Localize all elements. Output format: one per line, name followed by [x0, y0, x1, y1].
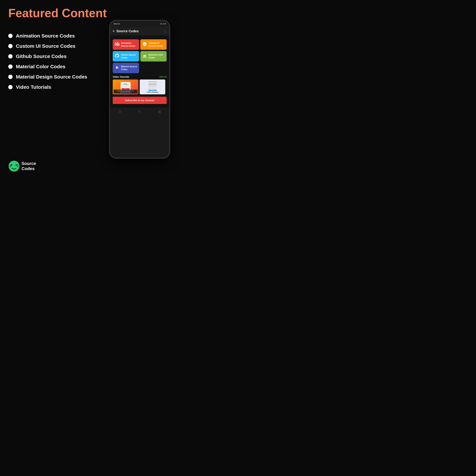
video-thumb-otp[interactable]: OTP Verification VERIFY & CONTINUE: [113, 80, 138, 94]
app-bar-title: Source Codes: [117, 29, 162, 33]
cards-grid: Animation Source Codes Custom UI Source …: [113, 39, 167, 73]
thumb-shopping-bg: Android Studio Add to cart Online shoppi…: [140, 80, 165, 94]
video-header: Video Tutorials View All: [113, 76, 167, 78]
otp-box-2: [124, 86, 125, 87]
battery-level: 24: [160, 23, 162, 25]
github-card-label: Github Source Codes: [121, 53, 137, 59]
nav-square-icon[interactable]: □: [119, 110, 121, 113]
material-color-card-icon: [142, 53, 147, 59]
broadcast-overlay: Read OTP Automatically using Broadcast R…: [114, 90, 137, 94]
video-section: Video Tutorials View All OTP Verificatio…: [113, 76, 167, 94]
subscribe-button[interactable]: Subscribe to my channel: [113, 97, 167, 104]
phone-outer: Volte 4G 24 2:24 ≡ Source Codes ⋮: [109, 20, 170, 159]
svg-text:</>: </>: [116, 67, 119, 69]
material-source-card-icon: </>: [115, 65, 119, 71]
bullet-dot: [8, 85, 13, 89]
video-thumbnails: OTP Verification VERIFY & CONTINUE: [113, 80, 167, 94]
svg-rect-8: [119, 44, 119, 46]
page-title: Featured Content: [8, 7, 107, 20]
list-item-custom-ui: Custom UI Source Codes: [8, 43, 87, 49]
thumb2-title: Online shopping: [147, 91, 158, 93]
broadcast-receiver-text: Broadcast Receiver: [120, 92, 131, 93]
list-item-material-design: Material Design Source Codes: [8, 74, 87, 80]
video-thumb-shopping[interactable]: Android Studio Add to cart Online shoppi…: [140, 80, 165, 94]
svg-point-3: [9, 165, 11, 168]
custom-ui-card-icon: [142, 42, 147, 48]
nav-circle-icon[interactable]: ○: [138, 110, 140, 113]
bullet-dot: [8, 44, 13, 48]
phone-mockup: Volte 4G 24 2:24 ≡ Source Codes ⋮: [109, 20, 170, 159]
material-color-card-label: Material Color Codes: [149, 53, 165, 59]
android-studio-label: Android Studio: [147, 81, 158, 83]
list-item-video: Video Tutorials: [8, 84, 87, 90]
card-animation[interactable]: Animation Source Codes: [113, 39, 139, 50]
status-carrier: Volte 4G: [113, 23, 120, 25]
notch: [135, 21, 145, 24]
otp-boxes: [122, 86, 130, 87]
animation-card-label: Animation Source Codes: [121, 42, 137, 48]
phone-screen: Animation Source Codes Custom UI Source …: [110, 35, 169, 108]
logo-icon: [8, 160, 20, 172]
animation-card-icon: [115, 42, 119, 48]
otp-box-3: [126, 86, 127, 87]
otp-box-4: [128, 86, 129, 87]
svg-point-4: [17, 165, 19, 168]
list-item-github: Github Source Codes: [8, 53, 87, 59]
bullet-dot: [8, 75, 13, 79]
view-all-link[interactable]: View All: [159, 76, 167, 78]
card-material-source[interactable]: </> Material Source Codes: [113, 63, 139, 73]
shopping-content: Android Studio Add to cart Online shoppi…: [145, 80, 160, 94]
hamburger-icon[interactable]: ≡: [113, 29, 115, 33]
nav-back-icon[interactable]: ◁: [158, 110, 160, 114]
list-item-material-color: Material Color Codes: [8, 64, 87, 69]
status-right: 24 2:24: [160, 23, 166, 25]
material-source-card-label: Material Source Codes: [121, 65, 137, 71]
status-bar: Volte 4G 24 2:24: [110, 21, 169, 27]
thumb1-title: Read OTP: [117, 90, 123, 91]
more-options-icon[interactable]: ⋮: [164, 29, 167, 33]
custom-ui-card-label: Custom UI Source Codes: [149, 42, 165, 48]
logo: Source Codes: [8, 160, 36, 172]
bullet-dot: [8, 65, 13, 69]
logo-text-block: Source Codes: [21, 161, 36, 171]
card-custom-ui[interactable]: Custom UI Source Codes: [140, 39, 167, 50]
otp-box-1: [122, 86, 124, 87]
svg-rect-5: [115, 42, 116, 46]
card-material-color[interactable]: Material Color Codes: [140, 51, 167, 62]
bottom-navigation: □ ○ ◁: [110, 108, 169, 115]
video-section-title: Video Tutorials: [113, 76, 129, 78]
broadcast-highlight: Automatically using: [123, 90, 134, 91]
app-bar: ≡ Source Codes ⋮: [110, 27, 169, 35]
list-item-animation: Animation Source Codes: [8, 33, 87, 39]
time-display: 2:24: [163, 23, 166, 25]
svg-rect-7: [117, 42, 118, 46]
bullet-dot: [8, 34, 13, 38]
github-card-icon: [115, 53, 119, 59]
card-github[interactable]: Github Source Codes: [113, 51, 139, 62]
otp-card-title: OTP Verification: [122, 83, 130, 85]
shopping-wireframe: Add to cart: [148, 83, 157, 91]
features-list: Animation Source Codes Custom UI Source …: [8, 33, 87, 95]
svg-rect-6: [116, 43, 117, 45]
bullet-dot: [8, 54, 13, 58]
